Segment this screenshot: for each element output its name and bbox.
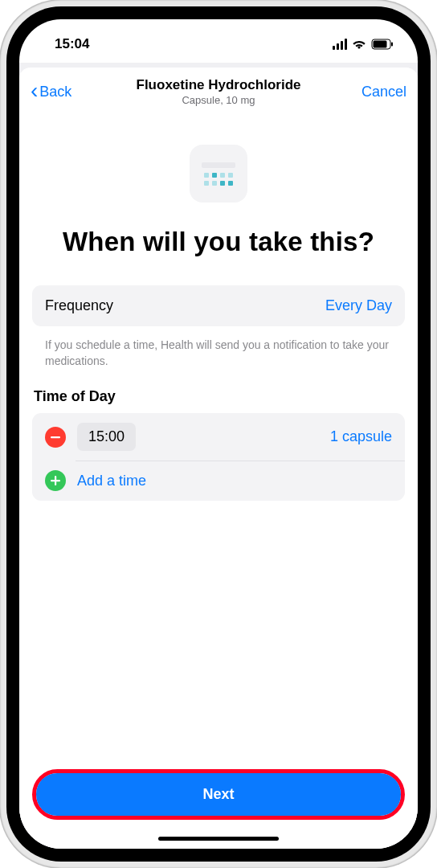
status-icons	[333, 39, 397, 50]
status-bar: 15:04	[19, 19, 418, 58]
battery-icon	[371, 39, 394, 50]
schedule-hint: If you schedule a time, Health will send…	[32, 334, 405, 388]
next-button-highlight: Next	[32, 769, 405, 820]
frequency-value: Every Day	[325, 297, 392, 314]
modal-backdrop: ‹ Back Fluoxetine Hydrochloride Capsule,…	[19, 63, 418, 849]
screen: 15:04 ‹ Back	[19, 19, 418, 849]
cancel-button[interactable]: Cancel	[339, 84, 406, 100]
minus-icon	[50, 432, 61, 443]
remove-time-button[interactable]	[45, 427, 66, 448]
time-picker[interactable]: 15:00	[77, 423, 136, 451]
back-button[interactable]: ‹ Back	[31, 84, 71, 100]
wifi-icon	[352, 39, 366, 50]
svg-rect-2	[391, 43, 393, 47]
modal-sheet: ‹ Back Fluoxetine Hydrochloride Capsule,…	[19, 68, 418, 849]
phone-frame: 15:04 ‹ Back	[0, 0, 437, 868]
cellular-icon	[333, 39, 347, 50]
footer: Next	[19, 756, 418, 849]
time-section-title: Time of Day	[32, 388, 405, 413]
back-label: Back	[39, 84, 71, 100]
plus-icon	[50, 475, 61, 486]
phone-bezel: 15:04 ‹ Back	[6, 6, 431, 862]
next-button[interactable]: Next	[36, 773, 401, 816]
add-time-label: Add a time	[77, 473, 146, 489]
medication-name: Fluoxetine Hydrochloride	[137, 77, 301, 93]
dose-picker[interactable]: 1 capsule	[330, 428, 392, 445]
time-list: 15:00 1 capsule Add a time	[32, 413, 405, 501]
add-time-row[interactable]: Add a time	[32, 461, 405, 501]
frequency-row[interactable]: Frequency Every Day	[32, 285, 405, 326]
frequency-label: Frequency	[45, 297, 113, 314]
svg-rect-1	[374, 41, 387, 48]
nav-title: Fluoxetine Hydrochloride Capsule, 10 mg	[137, 77, 301, 106]
nav-bar: ‹ Back Fluoxetine Hydrochloride Capsule,…	[19, 68, 418, 113]
page-headline: When will you take this?	[32, 227, 405, 258]
calendar-icon	[190, 145, 247, 203]
medication-form: Capsule, 10 mg	[137, 94, 301, 106]
home-indicator[interactable]	[158, 837, 279, 841]
time-row: 15:00 1 capsule	[32, 413, 405, 461]
status-time: 15:04	[40, 36, 89, 52]
svg-rect-5	[51, 480, 60, 481]
add-time-button[interactable]	[45, 470, 66, 491]
svg-rect-3	[51, 436, 60, 438]
content: When will you take this? Frequency Every…	[19, 113, 418, 756]
